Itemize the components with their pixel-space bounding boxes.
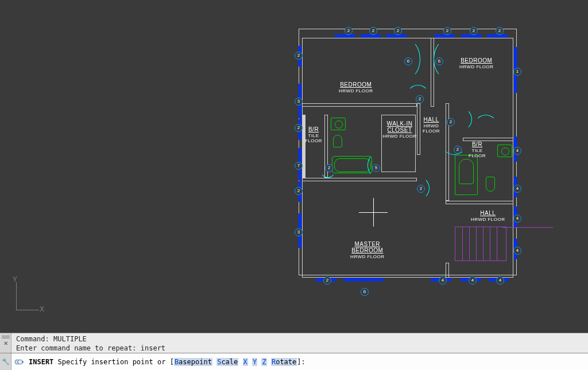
dim-marker: 4 [513,185,521,193]
close-icon[interactable]: ✕ [3,340,8,346]
dim-marker: 2 [443,27,451,35]
dim-marker: 2 [345,27,353,35]
room-label-bedroom: BEDROOM HRWD FLOOR [339,81,373,94]
shower-fixture [455,155,478,195]
dim-marker: 4 [513,247,521,255]
command-line-input[interactable]: INSERT Specify insertion point or [Basep… [26,358,588,366]
dim-marker: 2 [323,276,331,285]
room-label-bedroom-2: BEDROOM HRWD FLOOR [459,57,494,69]
room-label-master: MASTER BEDROOM HRWD FLOOR [350,241,385,259]
dim-marker: 2 [369,27,377,35]
dim-marker: 3 [295,228,303,236]
dim-marker: 2 [325,164,333,172]
dim-marker: 1 [513,68,521,76]
dim-marker: 2 [416,95,424,103]
dim-marker: 5 [372,164,380,172]
dim-marker: 4 [513,215,521,223]
dim-marker: 2 [417,185,425,193]
stairs [455,227,506,261]
room-label-br: B/R TILE FLOOR [305,126,322,143]
svg-point-1 [18,360,22,364]
room-label-walkin: WALK-IN CLOSET HRWD FLOOR [382,120,417,139]
dim-marker: 2 [496,27,504,35]
command-history-text[interactable]: Command: MULTIPLE Enter command name to … [11,333,588,353]
bathtub-fixture [332,156,372,173]
dim-marker: 7 [295,162,303,170]
command-prompt-icon[interactable] [11,353,26,370]
dim-marker: 4 [469,276,477,285]
room-label-hall: HALL HRWD FLOOR [423,116,440,134]
dim-marker: 4 [496,276,504,285]
grip-icon[interactable] [2,335,10,338]
dim-marker: 2 [447,118,455,126]
dim-marker: 6 [435,57,443,65]
ucs-x-label: X [40,305,44,313]
command-bar-gutter: 🔧 [0,353,11,370]
dim-marker: 3 [295,98,303,106]
command-history-panel: ✕ Command: MULTIPLE Enter command name t… [0,333,588,353]
dim-marker: 2 [454,146,462,154]
panel-gutter: ✕ [0,333,11,353]
dim-marker: 4 [439,276,447,285]
dim-marker: 4 [513,147,521,155]
drawing-canvas[interactable]: BEDROOM HRWD FLOOR BEDROOM HRWD FLOOR WA… [0,0,588,333]
toilet-fixture-2 [486,177,495,192]
toilet-fixture [333,135,342,147]
sink-fixture-2 [497,145,512,157]
door-arc [474,115,497,138]
dim-marker: 2 [295,187,303,195]
dim-marker: 2 [470,27,478,35]
dim-marker: 2 [295,52,303,60]
room-label-hall-2: HALL HRWD FLOOR [471,210,505,222]
dim-marker: 6 [404,57,412,65]
floor-plan: BEDROOM HRWD FLOOR BEDROOM HRWD FLOOR WA… [299,29,528,287]
dim-marker: 2 [295,124,303,132]
wrench-icon[interactable]: 🔧 [2,358,10,365]
dim-marker: 2 [394,27,402,35]
sink-fixture [331,118,346,130]
dim-marker: 6 [361,288,369,296]
command-line-bar: 🔧 INSERT Specify insertion point or [Bas… [0,353,588,370]
room-label-br-2: B/R TILE FLOOR [469,141,486,158]
